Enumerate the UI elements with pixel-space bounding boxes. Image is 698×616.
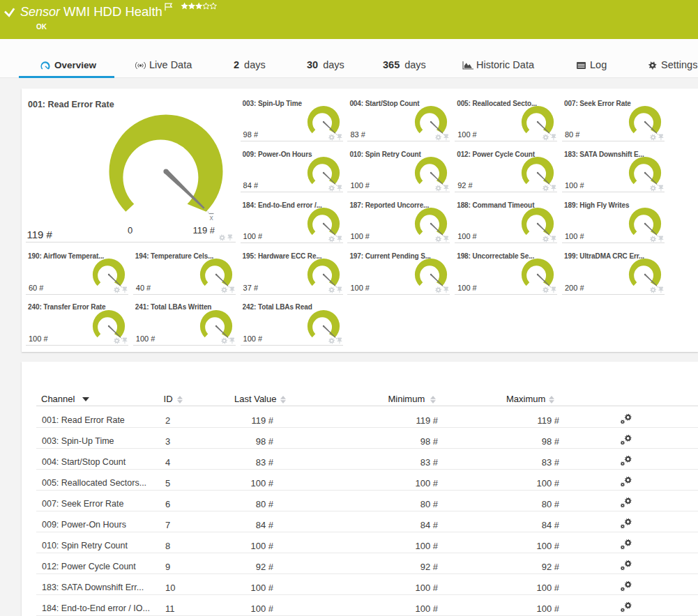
svg-text:x: x [209,213,213,222]
svg-text:119 #: 119 # [192,225,215,236]
svg-text:0: 0 [128,225,132,236]
